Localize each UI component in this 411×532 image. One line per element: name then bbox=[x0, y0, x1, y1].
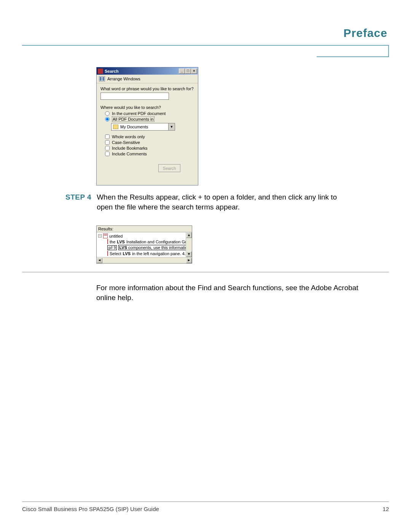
result-item-1[interactable]: the LVS Installation and Configuration G… bbox=[98, 239, 192, 244]
dialog-toolbar: Arrange Windows bbox=[97, 75, 198, 83]
scroll-left-icon[interactable]: ◄ bbox=[97, 258, 102, 263]
arrange-windows-label[interactable]: Arrange Windows bbox=[107, 77, 140, 81]
results-hscroll[interactable]: ◄ ► bbox=[97, 257, 192, 263]
divider bbox=[22, 272, 389, 272]
results-root[interactable]: − untitled bbox=[98, 233, 192, 239]
footer-doc-title: Cisco Small Business Pro SPA525G (SIP) U… bbox=[22, 506, 159, 512]
where-prompt: Where would you like to search? bbox=[100, 105, 194, 110]
maximize-button[interactable]: □ bbox=[185, 69, 191, 74]
results-root-label: untitled bbox=[109, 234, 123, 238]
check-case-sensitive-label: Case-Sensitive bbox=[112, 140, 140, 145]
info-paragraph: For more information about the Find and … bbox=[96, 283, 370, 302]
check-comments[interactable] bbox=[105, 152, 110, 156]
radio-all-docs[interactable] bbox=[105, 117, 110, 121]
header-rule bbox=[22, 45, 389, 46]
scroll-up-icon[interactable]: ▲ bbox=[186, 232, 192, 238]
footer-page-number: 12 bbox=[382, 506, 389, 512]
search-input[interactable] bbox=[100, 93, 169, 100]
results-panel: Results: − untitled the LVS Installation… bbox=[96, 225, 192, 264]
result-item-2[interactable]: p# 9 LVS components, use this informatio… bbox=[98, 244, 192, 251]
footer-rule bbox=[22, 502, 389, 502]
step-number: STEP 4 bbox=[22, 192, 91, 212]
search-dialog: Search _ □ × Arrange Windows What word o… bbox=[96, 67, 198, 185]
step-text: When the Results appear, click + to open… bbox=[97, 192, 340, 212]
radio-current-doc[interactable] bbox=[105, 111, 110, 116]
search-app-icon bbox=[98, 69, 103, 74]
search-button[interactable]: Search bbox=[158, 164, 180, 172]
pdf-icon bbox=[103, 233, 108, 238]
pdf-icon bbox=[107, 239, 108, 244]
check-bookmarks-label: Include Bookmarks bbox=[112, 146, 148, 150]
check-case-sensitive[interactable] bbox=[105, 140, 110, 145]
results-header: Results: bbox=[97, 226, 192, 232]
arrange-windows-icon[interactable] bbox=[99, 76, 105, 81]
minimize-button[interactable]: _ bbox=[179, 69, 185, 74]
page-badge: p# 9 bbox=[107, 245, 117, 250]
results-vscroll[interactable]: ▲ ▼ bbox=[186, 232, 192, 257]
page-header-title: Preface bbox=[22, 27, 389, 40]
scroll-right-icon[interactable]: ► bbox=[186, 258, 192, 263]
check-whole-words-label: Whole words only bbox=[112, 134, 145, 139]
radio-current-doc-label: In the current PDF document bbox=[112, 111, 166, 116]
close-button[interactable]: × bbox=[191, 69, 197, 74]
check-comments-label: Include Comments bbox=[112, 152, 147, 156]
collapse-icon[interactable]: − bbox=[98, 234, 102, 238]
folder-combo-value: My Documents bbox=[120, 125, 148, 129]
scroll-down-icon[interactable]: ▼ bbox=[186, 251, 192, 257]
folder-combo[interactable]: My Documents ▼ bbox=[111, 123, 175, 131]
chevron-down-icon[interactable]: ▼ bbox=[168, 123, 175, 130]
radio-all-docs-label: All PDF Documents in bbox=[112, 117, 155, 121]
result-item-3[interactable]: Select LVS in the left navigation pane. … bbox=[98, 251, 192, 256]
dialog-title: Search bbox=[105, 69, 179, 73]
search-prompt: What word or phrase would you like to se… bbox=[100, 86, 194, 91]
check-bookmarks[interactable] bbox=[105, 146, 110, 150]
pdf-icon bbox=[107, 251, 108, 256]
check-whole-words[interactable] bbox=[105, 134, 110, 139]
dialog-titlebar[interactable]: Search _ □ × bbox=[97, 67, 198, 75]
folder-icon bbox=[113, 125, 118, 129]
